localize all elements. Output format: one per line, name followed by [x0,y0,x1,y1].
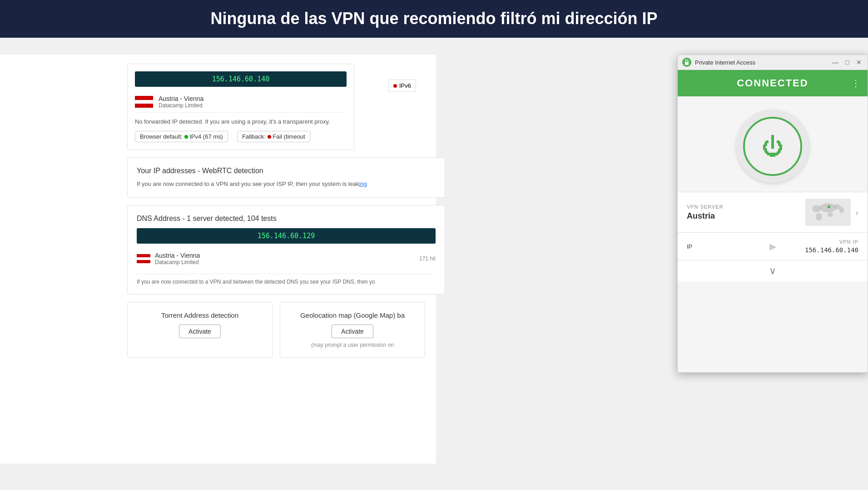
page-banner: Ninguna de las VPN que recomiendo filtró… [0,0,868,38]
three-dots-menu[interactable]: ⋮ [851,78,860,89]
ip-result-card: 156.146.60.140 Austria - Vienna Datacamp… [127,64,354,150]
vpn-ip-label: VPN IP [781,239,859,245]
pia-app-icon [682,58,691,67]
pia-window: Private Internet Access — □ ✕ CONNECTED … [677,55,868,373]
pia-window-title: Private Internet Access [695,59,831,66]
chevron-down-icon[interactable]: ∨ [769,265,776,277]
power-area: ⏻ [678,96,868,192]
dns-footer-text: If you are now connected to a VPN and be… [137,274,436,285]
ip-address-bar-2: 156.146.60.129 [137,228,436,244]
vpn-server-name: Austria [687,211,801,221]
webrtc-desc: If you are now connected to a VPN and yo… [137,180,436,189]
webrtc-title: Your IP addresses - WebRTC detection [137,167,436,175]
power-icon: ⏻ [762,134,784,159]
browser-default-item: Browser default: IPv4 (67 ms) [135,131,228,142]
hit-count: 171 hit [419,255,436,262]
vpn-ip-value: 156.146.60.140 [781,246,859,254]
svg-point-7 [828,212,833,217]
austria-flag-2 [137,254,150,263]
torrent-title: Torrent Address detection [137,311,263,319]
ipv4-ms: (67 ms) [203,133,223,140]
webrtc-leak-link[interactable]: ing [359,180,367,187]
ipv6-label: IPv6 [399,82,411,89]
dns-location-name: Austria - Vienna [155,252,200,259]
dns-section: DNS Address - 1 server detected, 104 tes… [127,205,445,295]
ip-left-label: IP [687,243,765,250]
world-map-svg [805,199,851,226]
torrent-card: Torrent Address detection Activate [127,302,273,358]
ipv4-dot [184,135,188,139]
ip-address-bar-1: 156.146.60.140 [135,71,347,87]
no-forward-text: No forwarded IP detected. If you are usi… [135,117,347,126]
fail-label: Fail [273,133,282,140]
location-name-1: Austria - Vienna [159,95,203,102]
svg-point-8 [828,205,830,208]
arrow-right-icon: ▶ [769,241,776,252]
dns-title: DNS Address - 1 server detected, 104 tes… [137,215,436,223]
dns-isp-name: Datacamp Limited [155,259,200,265]
detection-row: Browser default: IPv4 (67 ms) Fallback: … [135,131,347,142]
geo-title: Geolocation map (Google Map) ba [289,311,416,319]
power-button[interactable]: ⏻ [743,117,802,176]
maximize-button[interactable]: □ [843,58,851,66]
dns-location-info: Austria - Vienna Datacamp Limited [155,252,200,265]
vpn-server-section: VPN SERVER Austria › [678,192,868,232]
location-row-1: Austria - Vienna Datacamp Limited [135,91,347,113]
austria-flag-1 [135,96,153,108]
geo-card: Geolocation map (Google Map) ba Activate… [280,302,425,358]
torrent-activate-button[interactable]: Activate [179,325,221,338]
connected-bar: CONNECTED ⋮ [678,70,868,96]
chevron-down-section: ∨ [678,260,868,281]
connected-label: CONNECTED [685,77,860,89]
svg-point-5 [839,207,844,213]
fallback-item: Fallback: Fail (timeout [237,131,310,142]
timeout-label: (timeout [284,133,305,140]
world-map [805,199,851,226]
ip-section: IP ▶ VPN IP 156.146.60.140 [678,232,868,260]
ipv6-dot [393,84,397,88]
power-ring: ⏻ [736,110,809,183]
geo-note: (may prompt a user permission on [289,342,416,348]
dns-flag-row: Austria - Vienna Datacamp Limited 171 hi… [137,248,436,269]
lock-icon [684,59,690,65]
ip-left: IP [687,243,765,250]
webrtc-section: Your IP addresses - WebRTC detection If … [127,157,445,198]
svg-point-2 [812,205,821,212]
svg-point-6 [816,213,822,220]
ipv4-label: IPv4 [189,133,201,140]
pia-titlebar: Private Internet Access — □ ✕ [678,55,868,70]
browser-default-label: Browser default: [140,133,183,140]
close-button[interactable]: ✕ [855,58,863,66]
svg-rect-0 [685,62,689,65]
banner-text: Ninguna de las VPN que recomiendo filtró… [210,9,657,28]
isp-name-1: Datacamp Limited [159,102,203,109]
vpn-server-info: VPN SERVER Austria [687,204,801,221]
fail-dot [268,135,271,139]
location-info-1: Austria - Vienna Datacamp Limited [159,95,203,109]
bottom-cards: Torrent Address detection Activate Geolo… [127,302,427,358]
webpage-content: 156.146.60.140 Austria - Vienna Datacamp… [0,55,436,464]
vpn-server-label: VPN SERVER [687,204,801,210]
fallback-label: Fallback: [242,133,266,140]
vpn-server-chevron[interactable]: › [855,207,858,218]
geo-activate-button[interactable]: Activate [332,325,373,338]
ip-right: VPN IP 156.146.60.140 [781,239,859,254]
ipv6-badge: IPv6 [388,80,416,92]
minimize-button[interactable]: — [831,58,839,66]
pia-window-controls: — □ ✕ [831,58,863,66]
